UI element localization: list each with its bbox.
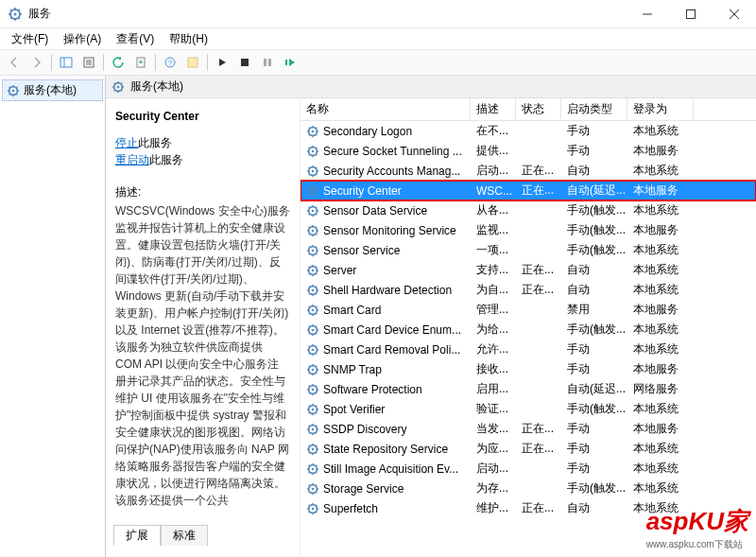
menu-view[interactable]: 查看(V) — [109, 29, 162, 49]
cell-name: Storage Service — [323, 482, 404, 496]
gear-icon — [306, 462, 319, 476]
gear-icon — [306, 284, 319, 297]
list-row[interactable]: Sensor Data Service从各...手动(触发...本地系统 — [301, 200, 756, 220]
cell-name: Smart Card Device Enum... — [323, 323, 461, 337]
col-status[interactable]: 状态 — [516, 98, 561, 120]
maximize-button[interactable] — [669, 0, 713, 28]
svg-rect-11 — [687, 9, 696, 18]
list-row[interactable]: Smart Card Removal Poli...允许...手动本地系统 — [301, 339, 756, 359]
stop-link[interactable]: 停止 — [115, 136, 138, 149]
list-row[interactable]: Server支持...正在...自动本地系统 — [301, 260, 756, 280]
list-row[interactable]: Sensor Service一项...手动(触发...本地系统 — [301, 240, 756, 260]
cell-logon: 本地系统 — [627, 461, 694, 477]
cell-startup: 手动(触发... — [561, 480, 627, 496]
gear-icon — [306, 383, 319, 396]
svg-text:?: ? — [168, 59, 173, 67]
cell-status: 正在... — [516, 183, 561, 199]
start-service-button[interactable] — [212, 52, 232, 73]
help-button[interactable]: ? — [160, 52, 180, 73]
cell-logon: 本地服务 — [627, 143, 694, 159]
help2-button[interactable] — [182, 52, 203, 73]
cell-logon: 本地服务 — [627, 183, 694, 199]
list-row[interactable]: Smart Card管理...禁用本地服务 — [301, 300, 756, 320]
cell-startup: 手动(触发... — [561, 242, 627, 258]
cell-startup: 手动(触发... — [561, 222, 627, 238]
description-label: 描述: — [115, 183, 290, 200]
list-row[interactable]: Storage Service为存...手动(触发...本地系统 — [301, 479, 756, 498]
cell-name: Sensor Service — [323, 244, 400, 257]
forward-button[interactable] — [26, 52, 47, 73]
cell-desc: 管理... — [471, 302, 516, 318]
list-body[interactable]: Secondary Logon在不...手动本地系统Secure Socket … — [301, 121, 756, 557]
list-row[interactable]: Still Image Acquisition Ev...启动...手动本地系统 — [301, 459, 756, 479]
cell-status: 正在... — [516, 441, 561, 457]
cell-startup: 手动 — [561, 143, 627, 159]
restart-service-button[interactable] — [280, 52, 301, 73]
properties-button[interactable] — [78, 52, 99, 73]
cell-desc: 允许... — [471, 341, 516, 357]
cell-logon: 本地系统 — [627, 202, 694, 218]
list-row[interactable]: Security CenterWSC...正在...自动(延迟...本地服务 — [301, 181, 756, 200]
gear-icon — [306, 482, 319, 496]
restart-link[interactable]: 重启动 — [115, 153, 149, 166]
cell-desc: 提供... — [471, 143, 516, 159]
gear-icon — [7, 84, 20, 97]
menu-help[interactable]: 帮助(H) — [162, 29, 215, 49]
separator — [103, 54, 104, 71]
col-desc[interactable]: 描述 — [471, 98, 516, 120]
cell-desc: 监视... — [471, 222, 516, 238]
list-row[interactable]: Secure Socket Tunneling ...提供...手动本地服务 — [301, 141, 756, 161]
gear-icon — [306, 165, 319, 178]
list-row[interactable]: Smart Card Device Enum...为给...手动(触发...本地… — [301, 320, 756, 339]
list-row[interactable]: Sensor Monitoring Service监视...手动(触发...本地… — [301, 220, 756, 240]
cell-startup: 自动(延迟... — [561, 381, 627, 397]
list-row[interactable]: Superfetch维护...正在...自动本地系统 — [301, 498, 756, 518]
cell-startup: 手动 — [561, 361, 627, 377]
cell-startup: 手动 — [561, 123, 627, 139]
list-row[interactable]: Secondary Logon在不...手动本地系统 — [301, 121, 756, 141]
window-title: 服务 — [28, 6, 626, 22]
pause-service-button[interactable] — [257, 52, 278, 73]
cell-logon: 本地系统 — [627, 401, 694, 417]
col-name[interactable]: 名称 — [301, 98, 471, 120]
svg-rect-24 — [241, 59, 249, 66]
cell-name: Secure Socket Tunneling ... — [323, 145, 462, 158]
show-hide-button[interactable] — [56, 52, 77, 73]
minimize-button[interactable] — [626, 0, 669, 28]
separator — [51, 54, 52, 71]
list-row[interactable]: Spot Verifier验证...手动(触发...本地系统 — [301, 399, 756, 419]
menubar: 文件(F) 操作(A) 查看(V) 帮助(H) — [0, 28, 756, 49]
refresh-button[interactable] — [108, 52, 129, 73]
separator — [207, 54, 208, 71]
gear-icon — [112, 80, 125, 94]
close-button[interactable] — [713, 0, 756, 28]
stop-service-button[interactable] — [234, 52, 255, 73]
cell-startup: 手动 — [561, 461, 627, 477]
list-row[interactable]: Security Accounts Manag...启动...正在...自动本地… — [301, 161, 756, 181]
cell-startup: 手动(触发... — [561, 401, 627, 417]
list-row[interactable]: State Repository Service为应...正在...手动本地系统 — [301, 439, 756, 459]
list-row[interactable]: Software Protection启用...自动(延迟...网络服务 — [301, 379, 756, 399]
list-row[interactable]: SSDP Discovery当发...正在...手动本地服务 — [301, 419, 756, 439]
svg-rect-23 — [188, 58, 198, 67]
separator — [155, 54, 156, 71]
cell-logon: 本地系统 — [627, 500, 694, 516]
svg-rect-27 — [285, 60, 287, 65]
tab-standard[interactable]: 标准 — [161, 525, 208, 546]
col-startup[interactable]: 启动类型 — [561, 98, 627, 120]
menu-action[interactable]: 操作(A) — [56, 29, 109, 49]
export-button[interactable] — [130, 52, 151, 73]
list-row[interactable]: Shell Hardware Detection为自...正在...自动本地系统 — [301, 280, 756, 300]
menu-file[interactable]: 文件(F) — [4, 29, 56, 49]
selected-service-name: Security Center — [115, 108, 290, 125]
cell-logon: 本地系统 — [627, 480, 694, 496]
cell-startup: 手动 — [561, 421, 627, 437]
cell-startup: 自动(延迟... — [561, 183, 627, 199]
list-row[interactable]: SNMP Trap接收...手动本地服务 — [301, 359, 756, 379]
back-button[interactable] — [4, 52, 25, 73]
tab-extended[interactable]: 扩展 — [113, 525, 161, 546]
col-logon[interactable]: 登录为 — [627, 98, 694, 120]
cell-name: Spot Verifier — [323, 403, 385, 416]
tree-root[interactable]: 服务(本地) — [2, 79, 103, 101]
cell-logon: 本地系统 — [627, 123, 694, 139]
